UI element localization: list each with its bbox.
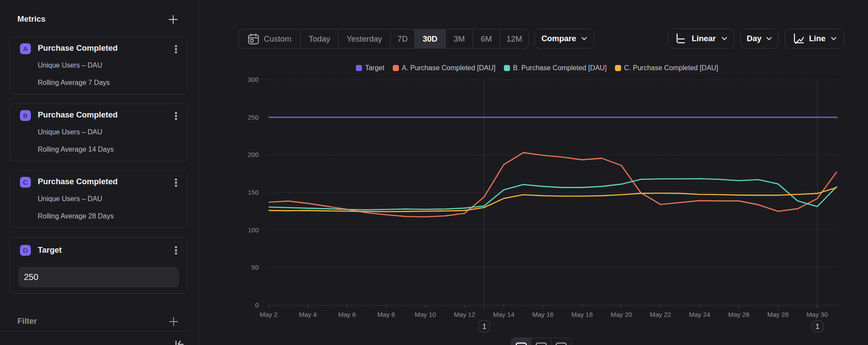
svg-text:May 28: May 28 bbox=[767, 311, 789, 318]
svg-text:150: 150 bbox=[248, 189, 259, 196]
svg-text:May 22: May 22 bbox=[650, 311, 671, 318]
svg-text:May 12: May 12 bbox=[454, 311, 475, 318]
svg-text:May 26: May 26 bbox=[728, 311, 750, 318]
svg-text:1: 1 bbox=[815, 322, 819, 331]
svg-text:May 24: May 24 bbox=[689, 311, 710, 318]
svg-text:1: 1 bbox=[482, 322, 486, 331]
svg-text:May 18: May 18 bbox=[572, 311, 593, 318]
svg-text:May 10: May 10 bbox=[414, 311, 436, 318]
svg-text:100: 100 bbox=[248, 226, 259, 234]
svg-text:200: 200 bbox=[248, 151, 259, 158]
svg-text:May 4: May 4 bbox=[299, 311, 317, 318]
svg-text:May 30: May 30 bbox=[806, 311, 828, 318]
svg-text:May 16: May 16 bbox=[532, 311, 553, 318]
svg-text:May 20: May 20 bbox=[611, 311, 632, 318]
svg-text:0: 0 bbox=[255, 301, 259, 309]
svg-text:250: 250 bbox=[248, 114, 259, 121]
svg-text:May 8: May 8 bbox=[377, 311, 395, 318]
svg-text:May 6: May 6 bbox=[338, 311, 356, 318]
svg-text:300: 300 bbox=[248, 76, 259, 83]
svg-text:50: 50 bbox=[251, 264, 259, 271]
svg-text:May 2: May 2 bbox=[260, 311, 278, 318]
svg-text:May 14: May 14 bbox=[493, 311, 514, 318]
